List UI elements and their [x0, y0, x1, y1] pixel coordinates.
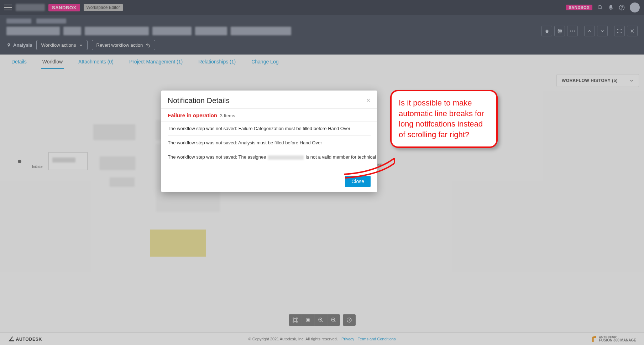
annotation-callout-tail — [343, 158, 396, 180]
annotation-callout: Is it possible to make automatic line br… — [390, 90, 498, 148]
modal-title: Notification Details — [168, 96, 230, 105]
modal-close-icon[interactable]: × — [366, 97, 371, 104]
notification-row: The workflow step was not saved: Failure… — [168, 122, 371, 136]
modal-failure-label: Failure in operation — [168, 112, 217, 118]
redacted-text — [268, 155, 304, 160]
modal-item-count: 3 Items — [220, 113, 235, 118]
notification-row: The workflow step was not saved: Analysi… — [168, 136, 371, 150]
notification-row: The workflow step was not saved: The ass… — [168, 150, 371, 164]
